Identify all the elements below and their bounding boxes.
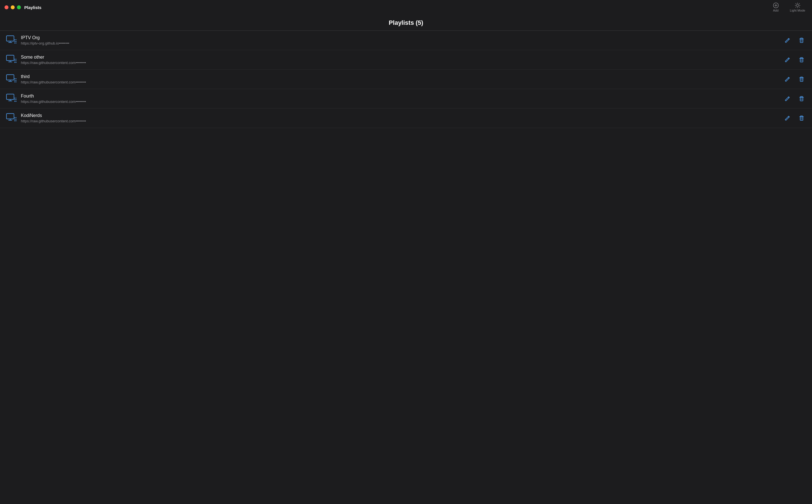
title-bar-left: Playlists xyxy=(5,5,41,10)
close-button[interactable] xyxy=(5,5,8,9)
playlist-icon xyxy=(6,93,17,104)
svg-point-17 xyxy=(14,43,15,43)
playlist-actions xyxy=(783,55,806,65)
playlist-actions xyxy=(783,94,806,103)
playlist-icon xyxy=(6,74,17,85)
edit-icon xyxy=(784,115,791,121)
playlist-item[interactable]: third https://raw.githubusercontent.com•… xyxy=(0,70,812,89)
svg-rect-48 xyxy=(800,78,803,81)
svg-rect-64 xyxy=(6,114,14,119)
delete-button[interactable] xyxy=(797,113,806,123)
svg-line-60 xyxy=(788,97,789,98)
svg-point-29 xyxy=(14,60,15,61)
playlist-url: https://iptv-org.github.io•••••••• xyxy=(21,41,778,45)
title-bar-right: Add Light Mode xyxy=(771,1,807,13)
svg-rect-25 xyxy=(6,55,14,61)
playlist-actions xyxy=(783,113,806,123)
trash-icon xyxy=(798,76,805,82)
edit-button[interactable] xyxy=(783,36,792,45)
playlist-item[interactable]: Fourth https://raw.githubusercontent.com… xyxy=(0,89,812,109)
playlist-item[interactable]: KodiNerds https://raw.githubusercontent.… xyxy=(0,109,812,128)
light-mode-label: Light Mode xyxy=(790,9,805,12)
playlist-name: Fourth xyxy=(21,94,778,99)
edit-icon xyxy=(784,96,791,102)
edit-icon xyxy=(784,37,791,43)
light-mode-icon xyxy=(795,3,800,8)
svg-rect-35 xyxy=(800,59,803,62)
playlist-info: Some other https://raw.githubusercontent… xyxy=(21,55,778,65)
svg-rect-12 xyxy=(6,36,14,41)
delete-button[interactable] xyxy=(797,94,806,103)
svg-point-41 xyxy=(14,78,15,79)
title-bar: Playlists Add xyxy=(0,0,812,15)
playlist-list: IPTV Org https://iptv-org.github.io•••••… xyxy=(0,31,812,128)
trash-icon xyxy=(798,57,805,63)
trash-icon xyxy=(798,37,805,43)
playlist-info: IPTV Org https://iptv-org.github.io•••••… xyxy=(21,35,778,45)
edit-icon xyxy=(784,57,791,63)
playlist-actions xyxy=(783,74,806,84)
svg-point-54 xyxy=(14,98,15,98)
traffic-lights xyxy=(5,5,21,9)
playlist-name: KodiNerds xyxy=(21,113,778,118)
playlist-item[interactable]: Some other https://raw.githubusercontent… xyxy=(0,50,812,70)
svg-rect-74 xyxy=(800,117,803,120)
edit-button[interactable] xyxy=(783,55,792,65)
playlist-url: https://raw.githubusercontent.com•••••••… xyxy=(21,61,778,65)
svg-point-3 xyxy=(796,4,799,6)
svg-rect-38 xyxy=(6,75,14,80)
playlist-item[interactable]: IPTV Org https://iptv-org.github.io•••••… xyxy=(0,31,812,50)
playlist-name: IPTV Org xyxy=(21,35,778,40)
edit-button[interactable] xyxy=(783,74,792,84)
svg-rect-61 xyxy=(800,98,803,101)
playlist-url: https://raw.githubusercontent.com•••••••… xyxy=(21,100,778,104)
playlist-icon xyxy=(6,54,17,65)
minimize-button[interactable] xyxy=(11,5,15,9)
svg-point-30 xyxy=(14,62,15,63)
svg-point-42 xyxy=(14,80,15,81)
svg-line-47 xyxy=(788,78,789,79)
svg-point-69 xyxy=(14,120,15,121)
window-title: Playlists xyxy=(24,5,41,10)
playlist-url: https://raw.githubusercontent.com•••••••… xyxy=(21,119,778,123)
svg-line-21 xyxy=(788,39,789,40)
playlist-info: third https://raw.githubusercontent.com•… xyxy=(21,74,778,84)
svg-line-73 xyxy=(788,117,789,118)
svg-line-9 xyxy=(799,7,800,7)
delete-button[interactable] xyxy=(797,55,806,65)
edit-button[interactable] xyxy=(783,94,792,103)
add-label: Add xyxy=(773,9,779,12)
svg-point-16 xyxy=(14,41,15,42)
playlist-url: https://raw.githubusercontent.com•••••••… xyxy=(21,80,778,84)
svg-rect-22 xyxy=(800,39,803,43)
playlist-info: KodiNerds https://raw.githubusercontent.… xyxy=(21,113,778,123)
delete-button[interactable] xyxy=(797,36,806,45)
playlist-name: Some other xyxy=(21,55,778,60)
edit-icon xyxy=(784,76,791,82)
playlist-name: third xyxy=(21,74,778,79)
playlist-actions xyxy=(783,36,806,45)
svg-line-11 xyxy=(796,7,796,7)
light-mode-button[interactable]: Light Mode xyxy=(788,1,807,13)
svg-line-8 xyxy=(796,3,796,4)
svg-point-55 xyxy=(14,99,15,100)
playlist-icon xyxy=(6,35,17,46)
trash-icon xyxy=(798,96,805,102)
edit-button[interactable] xyxy=(783,113,792,123)
svg-rect-51 xyxy=(6,94,14,100)
add-button[interactable]: Add xyxy=(771,1,781,13)
playlist-icon xyxy=(6,112,17,124)
svg-point-15 xyxy=(14,39,15,40)
trash-icon xyxy=(798,115,805,121)
svg-point-67 xyxy=(14,117,15,118)
delete-button[interactable] xyxy=(797,74,806,84)
playlist-info: Fourth https://raw.githubusercontent.com… xyxy=(21,94,778,104)
svg-line-10 xyxy=(799,3,800,4)
svg-line-34 xyxy=(788,58,789,59)
page-title: Playlists (5) xyxy=(0,19,812,26)
svg-point-43 xyxy=(14,81,15,82)
add-icon xyxy=(773,3,779,8)
page-header: Playlists (5) xyxy=(0,15,812,31)
svg-point-68 xyxy=(14,119,15,120)
maximize-button[interactable] xyxy=(17,5,21,9)
